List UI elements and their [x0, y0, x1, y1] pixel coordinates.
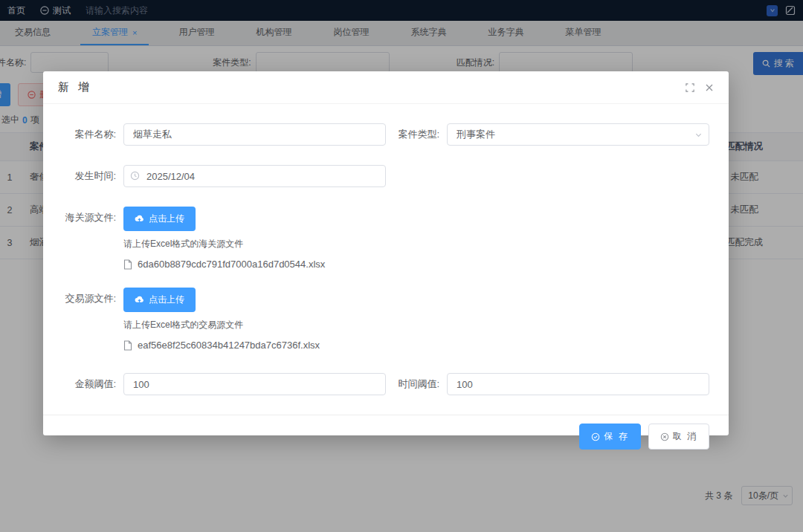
trade-file-item[interactable]: eaf56e8f25c60834b41247bda7c6736f.xlsx — [123, 340, 709, 351]
time-threshold-label: 时间阈值: — [386, 373, 447, 395]
trade-file-field: 交易源文件: 点击上传 请上传Excel格式的交易源文件 eaf56e8f25c… — [62, 288, 709, 351]
customs-upload-tip: 请上传Excel格式的海关源文件 — [123, 238, 709, 250]
occur-time-field: 发生时间: — [62, 165, 386, 187]
customs-file-field: 海关源文件: 点击上传 请上传Excel格式的海关源文件 6da60b8879c… — [62, 207, 709, 270]
fullscreen-icon[interactable] — [686, 83, 694, 92]
trade-upload-button[interactable]: 点击上传 — [123, 288, 196, 312]
occur-time-label: 发生时间: — [62, 165, 123, 187]
dialog-header: 新 增 — [43, 71, 729, 104]
save-button[interactable]: 保 存 — [579, 424, 640, 450]
document-icon — [123, 340, 132, 351]
customs-file-item[interactable]: 6da60b8879cdc791fd7000a16d7d0544.xlsx — [123, 259, 709, 270]
dialog-footer: 保 存 取 消 — [43, 415, 729, 458]
amount-threshold-label: 金额阈值: — [62, 373, 123, 395]
case-type-label: 案件类型: — [386, 123, 447, 146]
circle-close-icon — [660, 432, 669, 441]
dialog-body: 案件名称: 案件类型: 发生时间: — [43, 104, 729, 415]
trade-file-name: eaf56e8f25c60834b41247bda7c6736f.xlsx — [138, 340, 320, 351]
close-icon[interactable] — [705, 83, 714, 92]
time-threshold-input[interactable] — [447, 373, 709, 395]
time-threshold-field: 时间阈值: — [386, 373, 709, 395]
clock-icon — [130, 171, 140, 181]
customs-file-name: 6da60b8879cdc791fd7000a16d7d0544.xlsx — [138, 259, 325, 270]
amount-threshold-field: 金额阈值: — [62, 373, 386, 395]
case-name-input[interactable] — [123, 123, 386, 146]
case-name-field: 案件名称: — [62, 123, 386, 146]
cancel-button[interactable]: 取 消 — [648, 424, 709, 450]
cloud-upload-icon — [135, 214, 144, 224]
circle-check-icon — [591, 432, 600, 441]
trade-upload-tip: 请上传Excel格式的交易源文件 — [123, 319, 709, 331]
occur-time-input[interactable] — [123, 165, 386, 187]
dialog-title: 新 增 — [58, 80, 92, 94]
cloud-upload-icon — [135, 295, 144, 305]
trade-file-label: 交易源文件: — [62, 288, 123, 351]
case-name-label: 案件名称: — [62, 123, 123, 146]
amount-threshold-input[interactable] — [123, 373, 386, 395]
document-icon — [123, 259, 132, 270]
add-case-dialog: 新 增 案件名称: 案件类型: — [43, 71, 729, 435]
customs-upload-button[interactable]: 点击上传 — [123, 207, 196, 231]
case-type-field: 案件类型: — [386, 123, 709, 146]
case-type-select[interactable] — [447, 123, 709, 146]
customs-file-label: 海关源文件: — [62, 207, 123, 270]
